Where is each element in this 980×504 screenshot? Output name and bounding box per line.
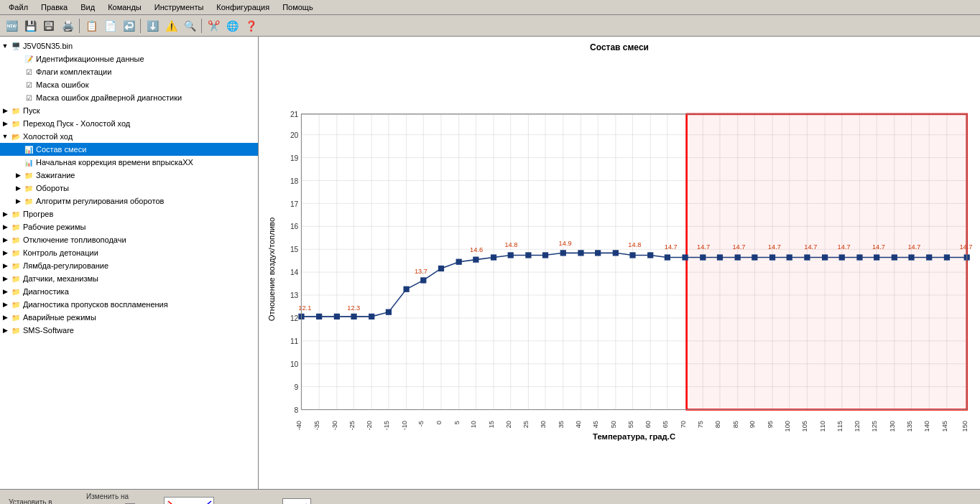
globe-button[interactable]: 🌐 bbox=[223, 17, 241, 34]
tree-item-fuel-cutoff[interactable]: ▶ 📁 Отключение топливоподачи bbox=[0, 233, 258, 246]
root-icon: 🖥️ bbox=[10, 40, 22, 52]
menu-tools[interactable]: Инструменты bbox=[149, 1, 210, 13]
svg-text:14.7: 14.7 bbox=[838, 243, 851, 251]
svg-text:14.7: 14.7 bbox=[665, 243, 678, 251]
tree-item-mask-diag[interactable]: ▶ ☑ Маска ошибок драйверной диагностики bbox=[0, 91, 258, 104]
svg-text:14.7: 14.7 bbox=[804, 243, 817, 251]
tree-item-misfire[interactable]: ▶ 📁 Диагностика пропусков воспламенения bbox=[0, 298, 258, 311]
svg-rect-65 bbox=[438, 266, 444, 271]
svg-rect-69 bbox=[508, 252, 514, 258]
mixture-icon: 📊 bbox=[23, 144, 34, 155]
tree-item-warmup[interactable]: ▶ 📁 Прогрев bbox=[0, 207, 258, 220]
menu-edit[interactable]: Правка bbox=[35, 1, 73, 13]
root-toggle[interactable]: ▼ bbox=[1, 42, 9, 50]
correction-icon: 📊 bbox=[23, 157, 34, 168]
svg-text:20: 20 bbox=[505, 421, 512, 428]
rpm-algo-toggle[interactable]: ▶ bbox=[14, 197, 22, 205]
print-button[interactable]: 🖨️ bbox=[59, 17, 76, 34]
main-layout: ▼ 🖥️ J5V05N35.bin ▶ 📝 Идентификационные … bbox=[0, 37, 980, 489]
paste-button[interactable]: 📄 bbox=[101, 17, 119, 34]
fuel-cutoff-toggle[interactable]: ▶ bbox=[1, 236, 9, 243]
svg-rect-61 bbox=[369, 314, 374, 319]
svg-text:17: 17 bbox=[290, 200, 299, 208]
chart-container[interactable]: Отношение воздух/топливо bbox=[264, 55, 974, 483]
svg-text:35: 35 bbox=[558, 421, 565, 428]
scissors-button[interactable]: ✂️ bbox=[205, 17, 222, 34]
mask-errors-icon: ☑ bbox=[23, 79, 34, 90]
save-button[interactable]: 💾 bbox=[22, 17, 39, 34]
download-button[interactable]: ⬇️ bbox=[144, 17, 161, 34]
svg-text:14.7: 14.7 bbox=[959, 243, 972, 251]
toolbar-sep-3 bbox=[201, 19, 202, 33]
tree-item-correction[interactable]: ▶ 📊 Начальная коррекция времени впрыскаX… bbox=[0, 156, 258, 169]
svg-text:21: 21 bbox=[290, 111, 299, 118]
search-button[interactable]: 🔍 bbox=[181, 17, 198, 34]
tree-item-rpm-algo[interactable]: ▶ 📁 Алгоритм регулирования оборотов bbox=[0, 195, 258, 207]
save-as-button[interactable] bbox=[40, 17, 57, 34]
warning-button[interactable]: ⚠️ bbox=[162, 17, 180, 34]
svg-text:40: 40 bbox=[575, 421, 582, 428]
warmup-toggle[interactable]: ▶ bbox=[1, 210, 9, 218]
tree-item-mask-errors[interactable]: ▶ ☑ Маска ошибок bbox=[0, 78, 258, 91]
undo-button[interactable]: ↩️ bbox=[120, 17, 137, 34]
svg-rect-89 bbox=[856, 254, 862, 260]
menu-config[interactable]: Конфигурация bbox=[211, 1, 275, 13]
menu-commands[interactable]: Команды bbox=[102, 1, 147, 13]
sms-toggle[interactable]: ▶ bbox=[1, 327, 9, 334]
tree-item-knock[interactable]: ▶ 📁 Контроль детонации bbox=[0, 246, 258, 259]
tree-item-lambda[interactable]: ▶ 📁 Лямбда-регулирование bbox=[0, 259, 258, 272]
rpm-toggle[interactable]: ▶ bbox=[14, 185, 22, 192]
misfire-toggle[interactable]: ▶ bbox=[1, 301, 9, 308]
svg-text:14.7: 14.7 bbox=[872, 243, 885, 251]
lambda-toggle[interactable]: ▶ bbox=[1, 262, 9, 269]
tree-item-sensors[interactable]: ▶ 📁 Датчики, механизмы bbox=[0, 272, 258, 285]
svg-text:10: 10 bbox=[290, 360, 299, 368]
menu-view[interactable]: Вид bbox=[75, 1, 101, 13]
tree-item-ignition[interactable]: ▶ 📁 Зажигание bbox=[0, 169, 258, 182]
tree-item-diag[interactable]: ▶ 📁 Диагностика bbox=[0, 285, 258, 298]
svg-text:130: 130 bbox=[889, 421, 896, 431]
svg-rect-71 bbox=[542, 252, 548, 258]
tree-item-work-modes[interactable]: ▶ 📁 Рабочие режимы bbox=[0, 220, 258, 233]
sensors-toggle[interactable]: ▶ bbox=[1, 275, 9, 282]
diag-icon: 📁 bbox=[10, 286, 22, 297]
transition-toggle[interactable]: ▶ bbox=[1, 120, 9, 127]
help-button[interactable]: ❓ bbox=[242, 17, 259, 34]
svg-text:140: 140 bbox=[923, 421, 930, 431]
new-button[interactable]: 🆕 bbox=[3, 17, 20, 34]
tree-item-emergency[interactable]: ▶ 📁 Аварийные режимы bbox=[0, 311, 258, 324]
svg-text:-25: -25 bbox=[348, 421, 356, 430]
svg-rect-80 bbox=[700, 254, 706, 260]
tree-item-transition[interactable]: ▶ 📁 Переход Пуск - Холостой ход bbox=[0, 117, 258, 130]
ignition-toggle[interactable]: ▶ bbox=[14, 172, 22, 179]
tree-item-start[interactable]: ▶ 📁 Пуск bbox=[0, 104, 258, 117]
emergency-toggle[interactable]: ▶ bbox=[1, 314, 9, 321]
svg-text:80: 80 bbox=[714, 421, 721, 428]
copy-button[interactable]: 📋 bbox=[83, 17, 100, 34]
svg-text:14.9: 14.9 bbox=[559, 240, 572, 247]
menu-file[interactable]: Файл bbox=[3, 1, 34, 13]
tree-root[interactable]: ▼ 🖥️ J5V05N35.bin bbox=[0, 39, 258, 52]
idle-toggle[interactable]: ▼ bbox=[1, 133, 9, 140]
svg-text:-20: -20 bbox=[366, 421, 373, 430]
knock-toggle[interactable]: ▶ bbox=[1, 249, 9, 256]
toolbar-sep-1 bbox=[79, 19, 80, 33]
tree-item-mixture[interactable]: ▶ 📊 Состав смеси bbox=[0, 143, 258, 156]
tree-item-ident[interactable]: ▶ 📝 Идентификационные данные bbox=[0, 52, 258, 65]
tree-item-flags[interactable]: ▶ ☑ Флаги комплектации bbox=[0, 65, 258, 78]
bottom-panel: Установить в ▲ ▼ ▶ Изменить на ▲ ▼ ▶ про… bbox=[0, 489, 980, 504]
menu-help[interactable]: Помощь bbox=[277, 1, 319, 13]
diag-toggle[interactable]: ▶ bbox=[1, 288, 9, 295]
svg-text:12: 12 bbox=[290, 314, 299, 322]
svg-rect-86 bbox=[804, 254, 810, 260]
tree-item-rpm[interactable]: ▶ 📁 Обороты bbox=[0, 182, 258, 195]
svg-line-167 bbox=[168, 501, 211, 505]
start-toggle[interactable]: ▶ bbox=[1, 107, 9, 114]
tree-item-idle[interactable]: ▼ 📂 Холостой ход bbox=[0, 130, 258, 143]
work-modes-toggle[interactable]: ▶ bbox=[1, 223, 9, 230]
tree-item-sms[interactable]: ▶ 📁 SMS-Software bbox=[0, 324, 258, 337]
svg-text:20: 20 bbox=[290, 131, 299, 139]
mini-chart-group bbox=[164, 497, 214, 505]
svg-text:16: 16 bbox=[290, 223, 299, 230]
ident-icon: 📝 bbox=[23, 53, 34, 65]
